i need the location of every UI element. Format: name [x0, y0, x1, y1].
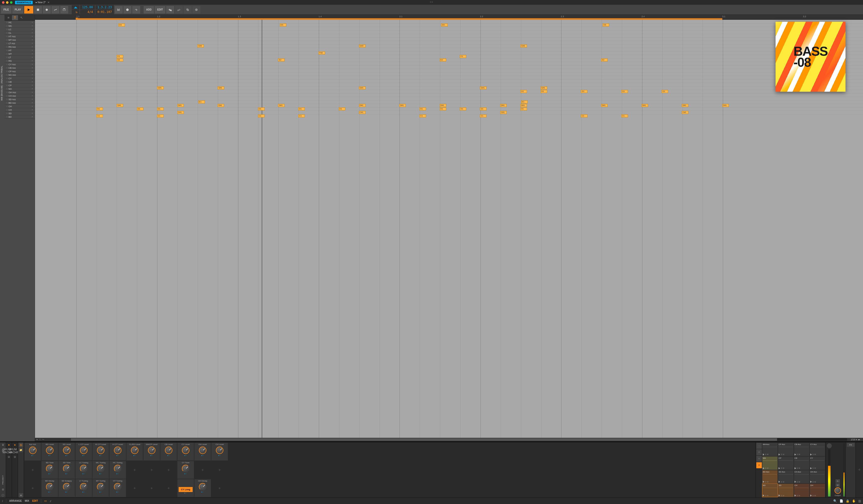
- macro-mod-icons[interactable]: ●→: [31, 455, 34, 456]
- overdub-button[interactable]: [60, 6, 68, 13]
- macro-mod-icons[interactable]: ●→: [201, 455, 204, 456]
- macro-mod-icons[interactable]: ●→: [116, 491, 119, 493]
- pad-play-icon[interactable]: [795, 494, 796, 496]
- track-row[interactable]: 1LC◂: [4, 28, 35, 31]
- note[interactable]: G#1: [157, 87, 164, 89]
- note[interactable]: E1: [521, 100, 528, 103]
- mute-icon[interactable]: ◂: [32, 95, 34, 97]
- note[interactable]: F2: [117, 55, 123, 58]
- output-gain-knob-top[interactable]: [827, 443, 832, 448]
- note[interactable]: G#1: [217, 87, 224, 89]
- timeline-ruler[interactable]: 1.11.21.31.42.12.22.32.43.13.2: [35, 15, 863, 20]
- track-row[interactable]: 1OH Acc◂: [4, 91, 35, 94]
- note[interactable]: G#2: [521, 45, 527, 48]
- pad-play-icon[interactable]: [778, 467, 780, 469]
- macro-mod-icons[interactable]: ●→: [201, 491, 204, 493]
- add-macro-button[interactable]: +: [211, 479, 228, 497]
- note[interactable]: D#1: [682, 104, 688, 107]
- track-row[interactable]: 1MC◂: [4, 24, 35, 28]
- panel-toggle-icon[interactable]: ▭: [44, 499, 47, 503]
- play-button[interactable]: [24, 6, 33, 13]
- macro-mod-icons[interactable]: ●→: [65, 455, 68, 456]
- track-row[interactable]: 1CP◂: [4, 84, 35, 87]
- pad-solo[interactable]: S: [797, 495, 798, 496]
- file-icon[interactable]: 📄: [839, 499, 843, 503]
- device-active-icon-2[interactable]: ●: [14, 443, 16, 446]
- folder-button[interactable]: 📁: [19, 448, 23, 452]
- automation-write-button[interactable]: [51, 6, 60, 13]
- macro-mod-icons[interactable]: ●→: [184, 455, 187, 456]
- macro-mod-icons[interactable]: ●→: [48, 473, 51, 475]
- output-knob[interactable]: [835, 487, 841, 494]
- track-row[interactable]: 1CL◂: [4, 31, 35, 35]
- track-row[interactable]: 1MA Acc◂: [4, 73, 35, 77]
- crown-icon[interactable]: ♛: [1, 443, 5, 447]
- drum-pad[interactable]: CH AccSM: [794, 470, 809, 483]
- drum-pad[interactable]: CYSM: [810, 456, 825, 470]
- track-row[interactable]: 1CP Acc◂: [4, 70, 35, 73]
- pad-solo[interactable]: S: [765, 495, 766, 496]
- macro-knob[interactable]: [199, 483, 207, 491]
- note[interactable]: D#1: [177, 104, 184, 107]
- macro-mod-icons[interactable]: ●→: [133, 455, 136, 456]
- macro-knob[interactable]: [97, 465, 104, 472]
- add-macro-button[interactable]: +: [160, 461, 177, 479]
- note[interactable]: G#1: [541, 87, 547, 89]
- pad-mute[interactable]: M: [814, 467, 816, 469]
- mute-icon[interactable]: ◂: [32, 39, 34, 41]
- note[interactable]: G#1: [359, 87, 365, 89]
- macro-knob[interactable]: [165, 446, 172, 454]
- macro-mod-icons[interactable]: ●→: [48, 455, 51, 456]
- drum-pad[interactable]: CY AccSM: [810, 443, 825, 456]
- notes-grid[interactable]: D3D3D3D3G#2G#2G#2F#2F2F2E2E2E2E2G#1G#1G#…: [35, 20, 863, 438]
- macro-knob[interactable]: [148, 446, 155, 454]
- mute-icon[interactable]: ◂: [32, 63, 34, 66]
- note[interactable]: G#1: [480, 87, 487, 89]
- note[interactable]: D3: [118, 24, 125, 26]
- mute-icon[interactable]: ◂: [32, 35, 34, 38]
- macro-mod-icons[interactable]: ●→: [48, 491, 51, 493]
- pad-solo[interactable]: S: [813, 467, 814, 469]
- add-macro-button[interactable]: +: [126, 461, 143, 479]
- drum-pad[interactable]: SDSM: [778, 484, 793, 497]
- note[interactable]: D1: [460, 108, 466, 111]
- pad-mute[interactable]: M: [783, 467, 784, 469]
- pad-play-icon[interactable]: [778, 481, 780, 483]
- pad-play-icon[interactable]: [778, 454, 780, 455]
- note[interactable]: E2: [278, 59, 285, 62]
- note[interactable]: D#1: [117, 104, 123, 107]
- mute-icon[interactable]: ◂: [32, 60, 34, 62]
- pointer-tool-icon[interactable]: ↖: [18, 15, 24, 20]
- mix-tab[interactable]: MIX: [25, 500, 29, 502]
- pad-solo[interactable]: S: [781, 495, 782, 496]
- macro-knob[interactable]: [182, 465, 189, 472]
- add-macro-button[interactable]: +: [24, 479, 41, 497]
- mute-icon[interactable]: ◂: [32, 112, 34, 115]
- mute-icon[interactable]: ◂: [32, 109, 34, 111]
- macro-mod-icons[interactable]: ●→: [99, 455, 102, 456]
- pad-mute[interactable]: M: [783, 454, 784, 455]
- add-macro-button[interactable]: +: [211, 461, 228, 479]
- pad-play-icon[interactable]: [763, 454, 764, 455]
- track-row[interactable]: 1MT Acc◂: [4, 38, 35, 42]
- mute-icon[interactable]: ◂: [32, 42, 34, 45]
- macro-knob[interactable]: [63, 483, 71, 491]
- close-tab-icon[interactable]: ✕: [48, 1, 49, 4]
- macro-knob[interactable]: [63, 446, 71, 454]
- macro-mod-icons[interactable]: ●→: [150, 455, 153, 456]
- track-row[interactable]: 1CH Acc◂: [4, 94, 35, 98]
- track-row[interactable]: 1CY Acc◂: [4, 63, 35, 66]
- macro-knob[interactable]: [46, 465, 53, 472]
- macro-mod-icons[interactable]: ●→: [82, 491, 85, 493]
- note[interactable]: G1: [521, 90, 527, 93]
- mute-icon[interactable]: ◂: [32, 102, 34, 104]
- zoom-display[interactable]: 1/16 ▾ ◂▸: [848, 438, 863, 441]
- note[interactable]: D1: [521, 108, 527, 111]
- settings-icon[interactable]: ⚙: [1, 488, 5, 492]
- minimize-window-icon[interactable]: [6, 1, 9, 4]
- pad-mute[interactable]: M: [814, 481, 816, 483]
- redo-button[interactable]: [175, 6, 183, 13]
- pad-page-2[interactable]: ⠿: [756, 449, 762, 455]
- file-button[interactable]: FILE: [1, 6, 12, 13]
- edit-button[interactable]: EDIT: [155, 6, 165, 13]
